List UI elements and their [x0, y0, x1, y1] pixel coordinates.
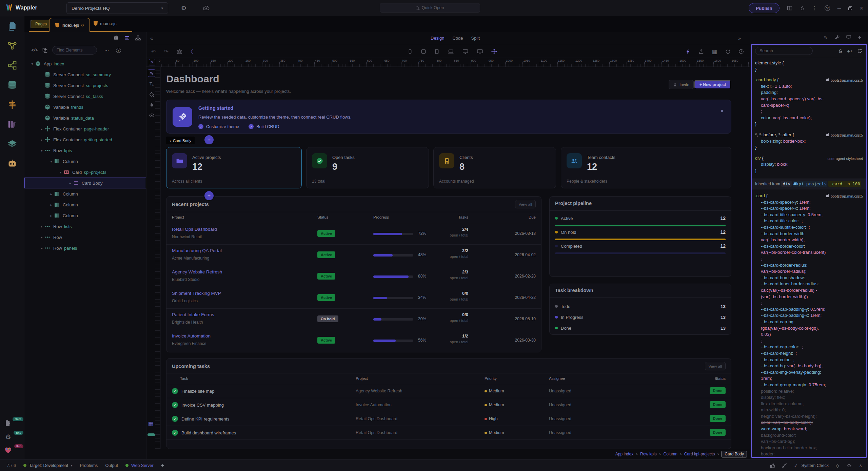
layout-split-icon[interactable] — [787, 5, 792, 11]
dock-workflows-icon[interactable] — [0, 36, 24, 56]
collapse-left-icon[interactable]: « — [150, 35, 153, 41]
camera-icon[interactable] — [177, 49, 182, 55]
tree-item[interactable]: ▸Column — [24, 188, 146, 199]
project-link[interactable]: Patient Intake Forms — [172, 312, 214, 317]
window-close-icon[interactable]: × — [860, 5, 863, 12]
project-link[interactable]: Retail Ops Dashboard — [172, 227, 217, 232]
target-selector[interactable]: Target: Development ▾ — [23, 463, 73, 468]
tree-chevron-icon[interactable]: ▸ — [39, 127, 45, 131]
tree-chevron-icon[interactable]: ▸ — [39, 225, 45, 228]
breadcrumb-current[interactable]: Card Body — [722, 451, 747, 457]
kpi-card[interactable]: Clients8Accounts managed — [433, 147, 556, 188]
toggle-strikethrough-icon[interactable]: S — [839, 48, 842, 54]
project-link[interactable]: Invoice Automation — [172, 333, 211, 339]
bolt-icon[interactable] — [686, 49, 690, 54]
t1-icon[interactable]: T₁ — [148, 80, 155, 87]
sync-icon[interactable] — [725, 49, 730, 54]
css-source-link[interactable]: bootstrap.min.css:5 — [826, 77, 863, 84]
tree-item[interactable]: ▾Appindex — [24, 58, 146, 69]
dock-gear-icon[interactable]: ⚙Exp — [0, 430, 24, 444]
selection-breadcrumb-chip[interactable]: ‹ Card Body — [166, 137, 195, 144]
dock-connections-icon[interactable] — [0, 56, 24, 75]
tree-item[interactable]: Server Connectsc_summary — [24, 69, 146, 80]
monitor-sm-icon[interactable] — [846, 35, 851, 40]
tree-chevron-icon[interactable]: ▸ — [48, 203, 54, 207]
tree-item[interactable]: ▾Column — [24, 156, 146, 167]
tree-item[interactable]: Server Connectsc_projects — [24, 80, 146, 91]
bolt-icon[interactable] — [857, 35, 863, 40]
tree-chevron-icon[interactable]: ▸ — [39, 236, 45, 239]
add-rule-icon[interactable]: +▾ — [847, 48, 852, 54]
breadcrumb-link[interactable]: Row kpis — [640, 452, 657, 456]
tab-code[interactable]: Code — [452, 36, 463, 41]
code-view-icon[interactable]: </> — [31, 48, 38, 53]
view-all-button[interactable]: View all — [515, 200, 536, 208]
monitor-icon[interactable] — [477, 49, 483, 54]
dock-pages-icon[interactable] — [0, 16, 24, 36]
wrench-icon[interactable] — [835, 35, 840, 40]
kpi-card[interactable]: Open tasks913 total — [306, 147, 429, 188]
tree-chevron-icon[interactable]: ▸ — [39, 138, 45, 142]
laptop-icon[interactable] — [448, 49, 454, 54]
css-source-link[interactable]: bootstrap.min.css:5 — [826, 193, 863, 200]
dock-routing-icon[interactable] — [0, 95, 24, 115]
tree-item[interactable]: ▸Row — [24, 232, 146, 243]
breadcrumb-link[interactable]: Card kpi-projects — [684, 452, 715, 456]
problems-button[interactable]: Problems — [80, 463, 98, 468]
output-button[interactable]: Output — [105, 463, 118, 468]
web-server-button[interactable]: Web Server — [125, 463, 154, 468]
grid-icon[interactable]: ▦ — [712, 48, 717, 55]
tree-item[interactable]: ▸Column — [24, 199, 146, 210]
project-link[interactable]: Manufacturing QA Portal — [172, 248, 222, 253]
phone-icon[interactable] — [408, 49, 413, 54]
pencil-icon[interactable]: ✎ — [824, 35, 829, 40]
tree-chevron-icon[interactable]: ▾ — [29, 62, 35, 66]
tree-item[interactable]: ▸Rowlists — [24, 221, 146, 232]
tree-chevron-icon[interactable]: ▸ — [39, 246, 45, 250]
clock-icon[interactable] — [738, 49, 744, 54]
eye-icon[interactable] — [148, 111, 155, 119]
add-panel-icon[interactable]: + — [161, 463, 164, 469]
tree-item[interactable]: ▾Rowkpis — [24, 145, 146, 156]
pages-button[interactable]: Pages — [31, 20, 52, 28]
css-source-link[interactable]: bootstrap.min.css:5 — [826, 132, 863, 139]
invite-button[interactable]: Invite — [669, 80, 694, 89]
export-icon[interactable] — [698, 49, 704, 54]
css-source-link[interactable]: user agent stylesheet — [827, 156, 863, 162]
dock-database-icon[interactable] — [0, 75, 24, 95]
undo-icon[interactable]: ↶ — [151, 48, 156, 55]
tree-item[interactable]: Variablestatus_data — [24, 112, 146, 123]
dock-heart-icon[interactable]: Pro — [0, 444, 24, 457]
grid-toggle-icon[interactable]: ▦ — [148, 420, 153, 427]
ink-icon[interactable] — [148, 101, 155, 108]
pencil-icon[interactable]: ✎ — [148, 69, 155, 77]
tree-chevron-icon[interactable]: ▸ — [48, 192, 54, 196]
collapse-right-icon[interactable]: » — [738, 35, 741, 41]
quick-open-bar[interactable]: Quick Open — [380, 3, 480, 13]
tree-chevron-icon[interactable]: ▸ — [67, 181, 73, 185]
tree-item-selected[interactable]: ▸Card Body — [24, 178, 146, 188]
tab-split[interactable]: Split — [471, 36, 480, 41]
moon-icon[interactable]: ☾ — [191, 48, 195, 55]
tree-chevron-icon[interactable]: ▾ — [39, 149, 45, 152]
tree-item[interactable]: ▸Flex Containergetting-started — [24, 134, 146, 145]
settings-gear-icon[interactable]: ⚙ — [181, 4, 186, 12]
dock-layers-icon[interactable] — [0, 134, 24, 154]
tablet-icon[interactable] — [421, 49, 426, 54]
breadcrumb-link[interactable]: App index — [615, 452, 633, 456]
tree-chevron-icon[interactable]: ▾ — [58, 170, 64, 174]
add-element-button[interactable]: + — [204, 191, 214, 200]
app-structure-icon[interactable] — [124, 35, 130, 41]
tree-item[interactable]: ▸Rowpanels — [24, 243, 146, 253]
redo-icon[interactable]: ↷ — [164, 48, 168, 55]
find-elements-input[interactable] — [52, 46, 97, 55]
tree-item[interactable]: Server Connectsc_tasks — [24, 91, 146, 102]
close-icon[interactable]: × — [721, 108, 724, 114]
refresh-icon[interactable] — [857, 48, 862, 54]
window-minimize-icon[interactable]: ─ — [837, 5, 841, 11]
project-link[interactable]: Agency Website Refresh — [172, 269, 222, 274]
feedback-thumb-icon[interactable] — [770, 463, 775, 468]
cloud-download-icon[interactable] — [203, 5, 210, 11]
phone2-icon[interactable] — [434, 49, 439, 54]
kpi-card[interactable]: Team contacts12People & stakeholders — [561, 147, 731, 188]
